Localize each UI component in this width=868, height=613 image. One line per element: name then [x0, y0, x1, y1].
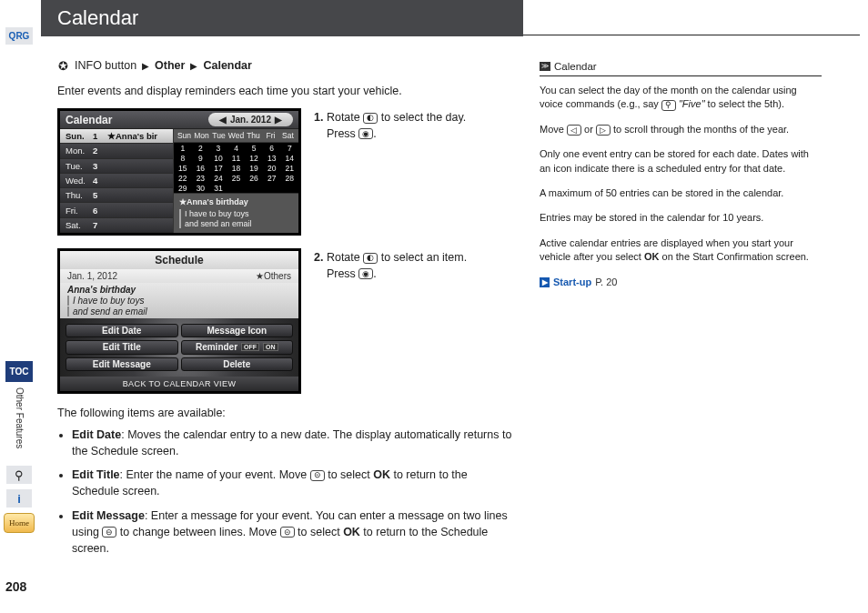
info-button-icon: ✪ [57, 60, 69, 71]
edit-title-button: Edit Title [66, 340, 178, 354]
press-enter-icon: ◉ [358, 268, 373, 279]
side-p3: Only one event entry can be stored for e… [540, 147, 822, 176]
shot2-event-body2: and send an email [67, 306, 291, 317]
edit-message-button: Edit Message [66, 357, 178, 371]
move-left-icon: ◁ [567, 125, 581, 136]
chevron-left-icon: ◀ [219, 115, 227, 125]
day-row: Sun.1★Anna's bir [60, 129, 173, 144]
chevron-right-icon: ▶ [190, 61, 197, 71]
day-row: Mon.2 [60, 144, 173, 158]
voice-command-icon: ⚲ [661, 100, 676, 111]
info-icon[interactable]: i [6, 489, 32, 507]
step-2-text: 2. Rotate ◐ to select an item. Press ◉. [314, 248, 512, 394]
shot1-title: Calendar [66, 114, 112, 126]
list-item: Edit Title: Enter the name of your event… [72, 467, 512, 499]
page-title: Calendar [41, 0, 523, 36]
move-selector-icon: ⊖ [102, 527, 116, 538]
side-heading: ≫ Calendar [540, 59, 822, 76]
home-button[interactable]: Home [4, 513, 35, 533]
calendar-screenshot: Calendar ◀ Jan. 2012 ▶ Sun.1★Anna's birM… [57, 108, 301, 236]
day-row: Tue.3 [60, 159, 173, 174]
reminder-button: ReminderOFFON [181, 340, 294, 354]
side-p2: Move ◁ or ▷ to scroll through the months… [540, 123, 822, 136]
intro-text: Enter events and display reminders each … [57, 85, 512, 97]
move-right-icon: ▷ [596, 125, 611, 136]
press-enter-icon: ◉ [358, 128, 373, 139]
section-label: Other Features [15, 387, 25, 460]
chevron-right-icon: ▶ [275, 115, 282, 125]
back-to-calendar: BACK TO CALENDAR VIEW [60, 377, 298, 391]
items-list: Edit Date: Moves the calendar entry to a… [57, 427, 512, 557]
side-p4: A maximum of 50 entries can be stored in… [540, 186, 822, 200]
side-p5: Entries may be stored in the calendar fo… [540, 211, 822, 225]
link-page: P. 20 [595, 276, 617, 289]
day-row: Wed.4 [60, 174, 173, 188]
breadcrumb-calendar: Calendar [203, 59, 252, 72]
list-item: Edit Date: Moves the calendar entry to a… [72, 427, 512, 459]
edit-date-button: Edit Date [66, 324, 178, 337]
list-item: Edit Message: Enter a message for your e… [72, 507, 512, 557]
month-selector: ◀ Jan. 2012 ▶ [208, 113, 293, 126]
delete-button: Delete [181, 357, 294, 371]
chevron-right-icon: ▶ [142, 61, 149, 71]
breadcrumb: ✪ INFO button ▶ Other ▶ Calendar [57, 59, 512, 72]
side-p1: You can select the day of the month on t… [540, 84, 822, 112]
breadcrumb-info: INFO button [75, 59, 136, 72]
side-heading-label: Calendar [554, 59, 597, 74]
move-selector-icon: ⊝ [280, 527, 295, 538]
preview-title: ★Anna's birthday [179, 197, 293, 207]
side-p6: Active calendar entries are displayed wh… [540, 236, 822, 265]
left-sidebar: QRG TOC Other Features ⚲ i Home [0, 0, 38, 613]
step-1-text: 1. Rotate ◐ to select the day. Press ◉. [314, 108, 512, 236]
month-label: Jan. 2012 [230, 115, 271, 125]
shot2-others: ★Others [256, 271, 291, 281]
rotate-dial-icon: ◐ [363, 253, 378, 264]
day-row: Sat.7 [60, 218, 173, 233]
title-rule [523, 35, 860, 35]
toc-button[interactable]: TOC [5, 361, 33, 382]
voice-icon[interactable]: ⚲ [6, 466, 32, 484]
shot2-event-title: Anna's birthday [67, 285, 291, 295]
day-row: Thu.5 [60, 188, 173, 203]
rotate-dial-icon: ◐ [363, 113, 378, 124]
move-selector-icon: ⊝ [310, 470, 325, 481]
shot2-title: Schedule [60, 251, 298, 269]
message-icon-button: Message Icon [181, 324, 294, 337]
page-number: 208 [5, 579, 26, 594]
day-row: Fri.6 [60, 203, 173, 217]
items-intro: The following items are available: [57, 407, 512, 419]
link-label: Start-up [553, 276, 591, 289]
startup-link[interactable]: ▶ Start-up P. 20 [540, 276, 822, 289]
side-heading-icon: ≫ [540, 62, 550, 71]
qrg-badge[interactable]: QRG [5, 27, 33, 45]
preview-line1: I have to buy toys [185, 209, 293, 219]
shot2-event-body1: I have to buy toys [67, 296, 291, 306]
shot2-date: Jan. 1, 2012 [67, 271, 117, 281]
breadcrumb-other: Other [155, 59, 185, 72]
schedule-screenshot: Schedule Jan. 1, 2012 ★Others Anna's bir… [57, 248, 301, 394]
link-arrow-icon: ▶ [540, 277, 550, 287]
preview-line2: and send an email [185, 219, 293, 229]
